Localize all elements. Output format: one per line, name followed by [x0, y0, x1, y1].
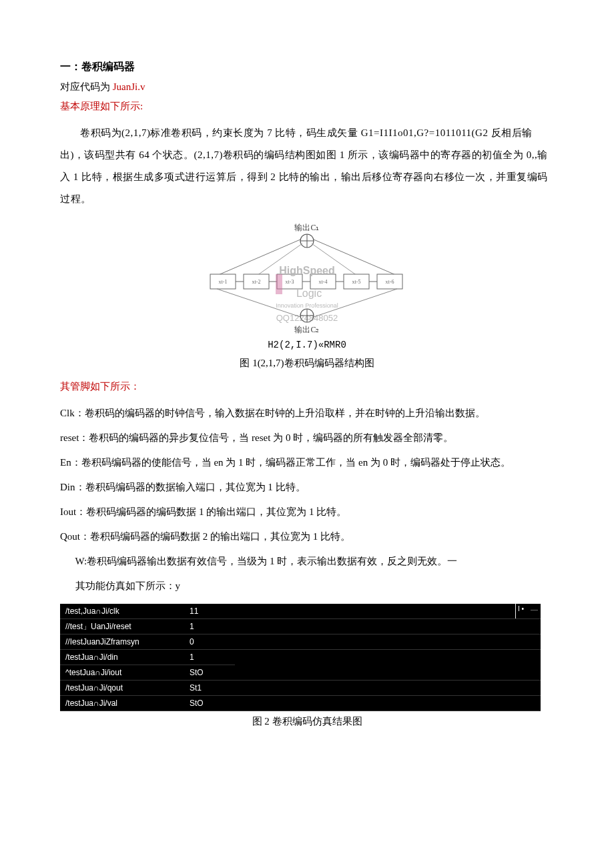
- svg-text:xt-3: xt-3: [286, 279, 294, 285]
- signal-name: //test」UanJi/reset: [60, 619, 184, 634]
- code-reference-prefix: 对应代码为: [60, 81, 113, 92]
- svg-text:xt-1: xt-1: [219, 279, 228, 285]
- signal-name: ^testJua∩Ji/iout: [60, 665, 184, 681]
- signal-name: /testJua∩Ji/val: [60, 696, 184, 711]
- pin-desc: Clk：卷积码的编码器的时钟信号，输入数据在时钟的上升沿取样，并在时钟的上升沿输…: [60, 402, 554, 424]
- svg-text:Logic: Logic: [296, 288, 322, 299]
- waveform-table: /test,Jua∩Ji/clk 11 I • — //test」UanJi/r…: [60, 604, 541, 711]
- signal-value: 1: [184, 619, 235, 634]
- document-page: 一：卷积编码器 对应代码为 JuanJi.v 基本原理如下所示: 卷积码为(2,…: [0, 0, 614, 768]
- svg-text:输出C₁: 输出C₁: [294, 223, 319, 232]
- pin-desc: En：卷积码编码器的使能信号，当 en 为 1 时，编码器正常工作，当 en 为…: [60, 452, 554, 474]
- simulation-waveform: /test,Jua∩Ji/clk 11 I • — //test」UanJi/r…: [60, 604, 554, 711]
- dash-mark: —: [531, 605, 538, 613]
- table-row: //IestJuanJiZframsyn 0: [60, 634, 541, 650]
- code-filename: JuanJi.v: [113, 81, 145, 92]
- cursor-mark: I •: [518, 605, 524, 612]
- signal-value: StO: [184, 696, 235, 711]
- signal-name: /testJua∩Ji/qout: [60, 681, 184, 696]
- svg-text:xt-4: xt-4: [319, 279, 328, 285]
- paragraph-1: 卷积码为(2,1,7)标准卷积码，约束长度为 7 比特，码生成矢量 G1=I1I…: [60, 122, 554, 210]
- table-row: //test」UanJi/reset 1: [60, 619, 541, 634]
- waveform-cell: [235, 681, 541, 696]
- svg-text:HighSpeed: HighSpeed: [279, 265, 335, 276]
- signal-value: St1: [184, 681, 235, 696]
- figure-2-caption: 图 2 卷积编码仿真结果图: [60, 715, 554, 728]
- figure-1-formula: H2(2,I.7)«RMR0: [60, 340, 554, 350]
- principle-heading: 基本原理如下所示:: [60, 100, 554, 113]
- waveform-cell: [235, 696, 541, 711]
- pin-desc: reset：卷积码的编码器的异步复位信号，当 reset 为 0 时，编码器的所…: [60, 427, 554, 449]
- pins-heading: 其管脚如下所示：: [60, 380, 554, 393]
- signal-name: /test,Jua∩Ji/clk: [60, 604, 184, 619]
- table-row: /testJua∩Ji/qout St1: [60, 681, 541, 696]
- waveform-cell: [235, 634, 541, 650]
- sim-intro: 其功能仿真如下所示：y: [60, 575, 554, 597]
- signal-value: 0: [184, 634, 235, 650]
- svg-rect-26: [276, 274, 282, 294]
- pin-desc: Qout：卷积码编码器的编码数据 2 的输出端口，其位宽为 1 比特。: [60, 526, 554, 548]
- signal-name: //IestJuanJiZframsyn: [60, 634, 184, 650]
- svg-text:Innovation    Professional: Innovation Professional: [276, 302, 338, 309]
- waveform-cell: [235, 650, 541, 681]
- figure-1-caption: 图 1(2,1,7)卷积码编码器结构图: [60, 357, 554, 370]
- waveform-cell: I • —: [235, 604, 541, 619]
- signal-value: 11: [184, 604, 235, 619]
- waveform-cell: [235, 619, 541, 634]
- encoder-diagram-svg: 输出C₁ xt-1 xt-2 xt-3 xt-: [197, 222, 417, 336]
- svg-text:输出C₂: 输出C₂: [294, 325, 319, 334]
- table-row: /testJua∩Ji/val StO: [60, 696, 541, 711]
- svg-text:xt-2: xt-2: [252, 279, 261, 285]
- pin-desc-w: W:卷积码编码器输出数据有效信号，当级为 1 时，表示输出数据有效，反之则无效。…: [60, 550, 554, 572]
- signal-name: /testJua∩Ji/din: [60, 650, 184, 665]
- code-reference-line: 对应代码为 JuanJi.v: [60, 81, 554, 93]
- section-heading: 一：卷积编码器: [60, 60, 554, 74]
- pin-desc: Din：卷积码编码器的数据输入端口，其位宽为 1 比特。: [60, 476, 554, 498]
- table-row: /test,Jua∩Ji/clk 11 I • —: [60, 604, 541, 619]
- figure-1: 输出C₁ xt-1 xt-2 xt-3 xt-: [60, 222, 554, 350]
- signal-value: StO: [184, 665, 235, 681]
- svg-text:xt-6: xt-6: [386, 279, 394, 285]
- signal-value: 1: [184, 650, 235, 665]
- svg-text:xt-5: xt-5: [352, 279, 361, 285]
- cursor-line: [515, 604, 516, 618]
- table-row: /testJua∩Ji/din 1: [60, 650, 541, 665]
- pin-desc: Iout：卷积码编码器的编码数据 1 的输出端口，其位宽为 1 比特。: [60, 501, 554, 523]
